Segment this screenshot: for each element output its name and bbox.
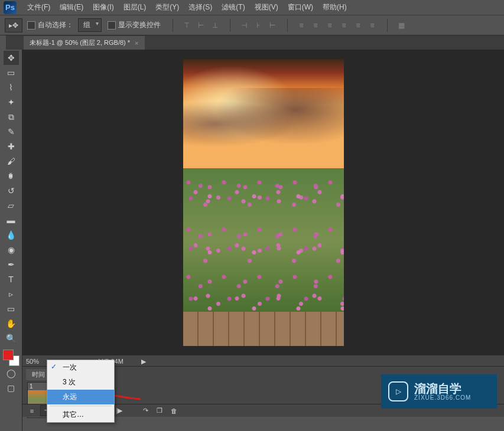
- history-brush-tool[interactable]: ↺: [4, 184, 19, 198]
- menu-edit[interactable]: 编辑(E): [55, 0, 88, 15]
- watermark-subtitle: ZIXUE.3D66.COM: [414, 394, 471, 401]
- distribute-hcenter-icon[interactable]: ≡: [352, 19, 365, 32]
- distribute-left-icon[interactable]: ≡: [337, 19, 350, 32]
- lasso-tool[interactable]: ⌇: [4, 80, 19, 94]
- align-group-2: ⊣ ⊦ ⊢: [230, 19, 280, 32]
- panel-grip-icon[interactable]: [0, 35, 6, 50]
- status-play-icon[interactable]: ▶: [141, 358, 146, 365]
- close-tab-icon[interactable]: ×: [135, 40, 138, 47]
- align-left-icon[interactable]: ⊣: [238, 19, 251, 32]
- menu-image[interactable]: 图像(I): [88, 0, 118, 15]
- move-tool-icon: ▸✥: [5, 18, 22, 32]
- frame-number: 1: [28, 383, 48, 390]
- menu-separator: [50, 406, 112, 406]
- duplicate-frame-icon[interactable]: ❐: [154, 406, 165, 416]
- menu-window[interactable]: 窗口(W): [283, 0, 318, 15]
- menu-item-forever[interactable]: 永远: [47, 390, 114, 404]
- eyedropper-tool[interactable]: ✎: [4, 125, 19, 139]
- menu-view[interactable]: 视图(V): [250, 0, 283, 15]
- zoom-tool[interactable]: 🔍: [4, 331, 19, 345]
- auto-align-icon[interactable]: ▦: [395, 19, 408, 32]
- color-swatches[interactable]: [3, 350, 19, 366]
- show-transform-label: 显示变换控件: [118, 20, 161, 30]
- quick-mask-tool[interactable]: ◯: [4, 366, 19, 380]
- show-transform-checkbox[interactable]: [108, 21, 116, 30]
- menu-item-label: 永远: [63, 393, 77, 401]
- menu-item-label: 一次: [63, 363, 77, 371]
- menu-item-other[interactable]: 其它…: [47, 407, 114, 422]
- distribute-vcenter-icon[interactable]: ≡: [309, 19, 322, 32]
- canvas-image[interactable]: [183, 59, 344, 346]
- hand-tool[interactable]: ✋: [4, 316, 19, 331]
- distribute-right-icon[interactable]: ≡: [366, 19, 379, 32]
- auto-align-group: ▦: [387, 19, 409, 32]
- watermark-title: 溜溜自学: [414, 383, 471, 394]
- foreground-color-swatch[interactable]: [3, 350, 14, 360]
- next-frame-icon[interactable]: |▶: [113, 406, 125, 416]
- menu-item-once[interactable]: ✓ 一次: [47, 360, 114, 375]
- menu-type[interactable]: 类型(Y): [151, 0, 184, 15]
- brush-tool[interactable]: 🖌: [4, 154, 19, 168]
- menu-item-label: 其它…: [63, 410, 84, 419]
- distribute-bottom-icon[interactable]: ≡: [323, 19, 336, 32]
- toolbox: ✥ ▭ ⌇ ✦ ⧉ ✎ ✚ 🖌 ⧯ ↺ ▱ ▬ 💧 ◉ ✒ T ▹ ▭ ✋ 🔍 …: [0, 50, 22, 431]
- document-tab[interactable]: 未标题-1 @ 50% (图层 2, RGB/8) * ×: [24, 36, 145, 50]
- options-bar: ▸✥ 自动选择： 组 显示变换控件 ⊤ ⊢ ⊥ ⊣ ⊦ ⊢ ≡ ≡ ≡ ≡ ≡ …: [0, 15, 504, 35]
- menu-bar: Ps 文件(F) 编辑(E) 图像(I) 图层(L) 类型(Y) 选择(S) 滤…: [0, 0, 504, 15]
- gradient-tool[interactable]: ▬: [4, 213, 19, 227]
- document-tab-bar: 未标题-1 @ 50% (图层 2, RGB/8) * ×: [0, 35, 504, 50]
- tween-icon[interactable]: ↷: [139, 406, 151, 416]
- magic-wand-tool[interactable]: ✦: [4, 95, 19, 109]
- auto-select-target-dropdown[interactable]: 组: [78, 18, 102, 32]
- delete-frame-icon[interactable]: 🗑: [168, 406, 180, 416]
- ps-logo: Ps: [4, 1, 17, 14]
- crop-tool[interactable]: ⧉: [4, 110, 19, 124]
- align-group-1: ⊤ ⊢ ⊥: [173, 19, 223, 32]
- menu-item-3times[interactable]: 3 次: [47, 375, 114, 390]
- timeline-menu-icon[interactable]: ≡: [26, 406, 38, 416]
- type-tool[interactable]: T: [4, 272, 19, 286]
- menu-select[interactable]: 选择(S): [184, 0, 217, 15]
- menu-layer[interactable]: 图层(L): [119, 0, 151, 15]
- zoom-level[interactable]: 50%: [26, 358, 39, 365]
- auto-select-label: 自动选择：: [38, 20, 73, 30]
- menu-file[interactable]: 文件(F): [22, 0, 55, 15]
- auto-select-checkbox[interactable]: [27, 21, 35, 30]
- check-icon: ✓: [51, 363, 57, 371]
- canvas-workspace[interactable]: [22, 50, 504, 355]
- dodge-tool[interactable]: ◉: [4, 243, 19, 257]
- clone-stamp-tool[interactable]: ⧯: [4, 169, 19, 183]
- loop-context-menu: ✓ 一次 3 次 永远 其它…: [47, 360, 115, 423]
- menu-help[interactable]: 帮助(H): [318, 0, 352, 15]
- document-tab-title: 未标题-1 @ 50% (图层 2, RGB/8) *: [30, 38, 130, 47]
- healing-brush-tool[interactable]: ✚: [4, 139, 19, 154]
- align-vcenter-icon[interactable]: ⊢: [194, 19, 207, 32]
- align-right-icon[interactable]: ⊢: [266, 19, 279, 32]
- blur-tool[interactable]: 💧: [4, 228, 19, 242]
- pen-tool[interactable]: ✒: [4, 257, 19, 272]
- shape-tool[interactable]: ▭: [4, 302, 19, 316]
- watermark: ▷ 溜溜自学 ZIXUE.3D66.COM: [381, 374, 497, 409]
- path-selection-tool[interactable]: ▹: [4, 287, 19, 301]
- eraser-tool[interactable]: ▱: [4, 198, 19, 213]
- distribute-top-icon[interactable]: ≡: [295, 19, 308, 32]
- align-top-icon[interactable]: ⊤: [180, 19, 193, 32]
- move-tool[interactable]: ✥: [4, 51, 19, 65]
- distribute-group: ≡ ≡ ≡ ≡ ≡ ≡: [287, 19, 380, 32]
- marquee-tool[interactable]: ▭: [4, 66, 19, 80]
- menu-item-label: 3 次: [63, 378, 76, 386]
- align-bottom-icon[interactable]: ⊥: [209, 19, 222, 32]
- align-hcenter-icon[interactable]: ⊦: [252, 19, 265, 32]
- watermark-play-icon: ▷: [388, 381, 408, 401]
- menu-filter[interactable]: 滤镜(T): [217, 0, 249, 15]
- screen-mode-tool[interactable]: ▢: [4, 381, 19, 395]
